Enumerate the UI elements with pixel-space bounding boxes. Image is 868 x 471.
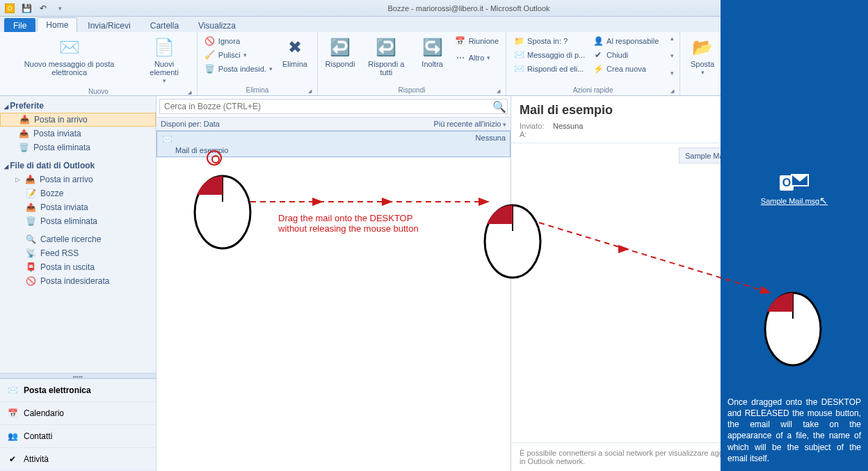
check-icon: ✔ [593,49,604,61]
move-folder-icon: 📂 [691,36,714,58]
qat-save-icon[interactable]: 💾 [19,1,33,15]
quicksteps-up-icon[interactable]: ▴ [670,35,674,42]
quickstep-moveto[interactable]: 📁Sposta in: ? [512,35,587,47]
favorites-header[interactable]: Preferite [0,99,156,113]
quickstep-done[interactable]: ✔Chiudi [591,49,666,61]
message-row[interactable]: ✉️ Nessuna Mail di esempio [156,131,511,157]
move-button[interactable]: 📂Sposta [686,35,719,78]
junk-folder-icon: 🚫 [25,276,36,287]
nav-tasks-button[interactable]: ✔Attività [0,448,156,471]
quicksteps-expand-icon[interactable]: ▾ [670,70,674,77]
ribbon-group-respond: ↩️Rispondi ↩️Rispondi a tutti ↪️Inoltra … [318,32,506,95]
new-mail-icon: ✉️ [58,36,81,58]
drafts-icon: 📝 [25,188,36,199]
qat-undo-icon[interactable]: ↶ [36,1,50,15]
sidebar-item-deleted[interactable]: 🗑️Posta eliminata [0,214,156,228]
trash-icon: 🗑️ [18,142,29,153]
quick-access-toolbar: O 💾 ↶ [0,1,70,15]
reply-all-button[interactable]: ↩️Rispondi a tutti [361,35,412,78]
nav-calendar-button[interactable]: 📅Calendario [0,402,156,425]
new-items-button[interactable]: 📄 Nuovi elementi [137,35,191,86]
sidebar-item-outbox[interactable]: 📮Posta in uscita [0,260,156,274]
sent-value: Nessuna [553,122,583,130]
desktop-instruction-text: Once dragged onto the DESKTOP and RELEAS… [728,397,861,464]
to-manager-icon: 👤 [593,35,604,47]
group-label-quicksteps: Azioni rapide [512,85,674,95]
search-icon[interactable]: 🔍 [492,100,507,113]
broom-icon: 🧹 [204,49,216,61]
search-box[interactable]: 🔍 [159,99,508,114]
tab-view[interactable]: Visualizza [189,18,245,32]
outlook-app-icon[interactable]: O [3,1,17,15]
datafile-header[interactable]: File di dati di Outlook [0,159,156,173]
quickstep-replydelete[interactable]: ✉️Rispondi ed eli... [512,63,587,75]
sidebar-item-junk[interactable]: 🚫Posta indesiderata [0,274,156,288]
cursor-icon: ↖ [819,195,828,206]
tab-folder[interactable]: Cartella [141,18,188,32]
quicksteps-down-icon[interactable]: ▾ [670,52,674,59]
nav-bottom: ✉️Posta elettronica 📅Calendario 👥Contatt… [0,378,156,471]
ignore-icon: 🚫 [204,35,216,47]
quickstep-tomanager[interactable]: 👤Al responsabile [591,35,666,47]
group-label-new: Nuovo [6,86,191,97]
sidebar-item-rss[interactable]: 📡Feed RSS [0,246,156,260]
quickstep-createnew[interactable]: ⚡Crea nuova [591,63,666,75]
arrange-by-row[interactable]: Disponi per: Data Più recente all'inizio [156,118,511,131]
tab-home[interactable]: Home [37,17,77,32]
sidebar-item-deleted-fav[interactable]: 🗑️Posta eliminata [0,141,156,154]
nav-contacts-button[interactable]: 👥Contatti [0,425,156,448]
lightning-icon: ⚡ [593,63,604,74]
outbox-icon: 📮 [25,262,36,273]
sidebar-item-drafts[interactable]: 📝Bozze [0,186,156,200]
forward-button[interactable]: ↪️Inoltra [416,35,449,70]
folder-tree: Preferite 📥Posta in arrivo 📤Posta inviat… [0,96,156,373]
reply-button[interactable]: ↩️Rispondi [323,35,357,70]
new-items-icon: 📄 [153,36,175,58]
sent-icon: 📤 [18,128,29,139]
rss-icon: 📡 [25,248,36,259]
search-row: 🔍 [156,96,511,118]
inbox-icon: 📥 [24,174,35,185]
trash-icon: 🗑️ [25,216,36,227]
nav-mail-button[interactable]: ✉️Posta elettronica [0,379,156,402]
sent-label: Inviato: [520,122,553,130]
nav-collapse-grip[interactable]: ▪▪▪▪▪ [0,373,156,378]
quickstep-teammail[interactable]: ✉️Messaggio di p... [512,49,587,61]
sidebar-item-sent[interactable]: 📤Posta inviata [0,200,156,214]
more-icon: ⋯ [455,52,466,63]
sidebar-item-inbox[interactable]: ▷📥Posta in arrivo [0,173,156,186]
sort-order-label[interactable]: Più recente all'inizio [434,120,506,128]
tab-send-receive[interactable]: Invia/Ricevi [79,18,139,32]
meeting-button[interactable]: 📅Riunione [453,35,500,47]
new-mail-button[interactable]: ✉️ Nuovo messaggio di posta elettronica [6,35,133,78]
forward-icon: ↪️ [421,36,444,58]
junk-button[interactable]: 🗑️Posta indesid. [203,63,274,75]
ribbon-group-delete: 🚫Ignora 🧹Pulisci 🗑️Posta indesid. ✖ Elim… [198,32,318,95]
ribbon-group-new: ✉️ Nuovo messaggio di posta elettronica … [0,32,198,95]
qat-customize-icon[interactable] [53,1,67,15]
junk-icon: 🗑️ [204,63,216,74]
tab-file[interactable]: File [4,18,35,32]
sidebar-item-search-folders[interactable]: 🔍Cartelle ricerche [0,232,156,246]
calendar-icon: 📅 [7,408,18,419]
message-date: Nessuna [476,134,506,142]
ignore-button[interactable]: 🚫Ignora [203,35,274,47]
delete-button[interactable]: ✖ Elimina [278,35,312,70]
sidebar-item-inbox-fav[interactable]: 📥Posta in arrivo [0,113,156,127]
contacts-icon: 👥 [7,431,18,442]
group-label-delete: Elimina [203,85,312,95]
team-mail-icon: ✉️ [513,49,524,61]
message-list-pane: 🔍 Disponi per: Data Più recente all'iniz… [156,96,511,471]
sidebar-item-sent-fav[interactable]: 📤Posta inviata [0,127,156,141]
search-input[interactable] [160,102,492,111]
desktop-area[interactable]: O Sample Mail.msg↖ Once dragged onto the… [721,0,868,471]
search-folder-icon: 🔍 [25,234,36,245]
cleanup-button[interactable]: 🧹Pulisci [203,49,274,61]
dropped-file-icon[interactable]: O Sample Mail.msg↖ [721,174,868,206]
to-label: A: [520,130,553,138]
sent-icon: 📤 [25,202,36,213]
ribbon-group-quick-steps: 📁Sposta in: ? ✉️Messaggio di p... ✉️Risp… [506,32,680,95]
inbox-icon: 📥 [19,114,30,125]
more-respond-button[interactable]: ⋯Altro [453,51,500,64]
meeting-icon: 📅 [455,35,466,47]
